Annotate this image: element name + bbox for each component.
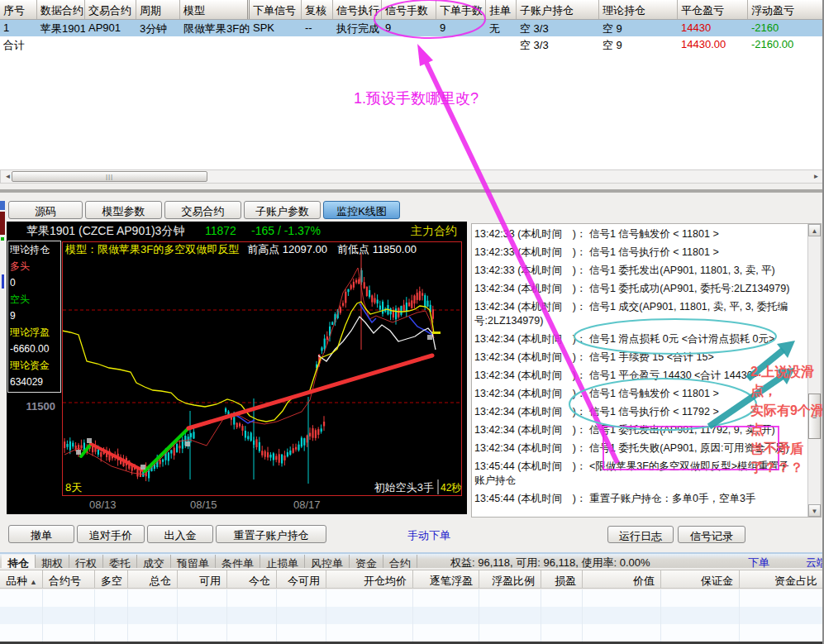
- column-header[interactable]: 理论持仓: [599, 0, 678, 19]
- x-axis-date: 08/13: [89, 499, 117, 511]
- sort-asc-icon: ▲: [30, 578, 37, 586]
- vertical-scrollbar[interactable]: ▲ ≡ ▼: [807, 224, 821, 517]
- column-header[interactable]: 浮动盈亏: [748, 0, 824, 19]
- positions-empty-cell: [326, 589, 413, 607]
- positions-column-header[interactable]: 保证金: [661, 570, 740, 588]
- table-cell: 无: [486, 20, 517, 36]
- positions-column-header[interactable]: 可用: [178, 570, 227, 588]
- toolbar-tab[interactable]: 源码: [8, 201, 83, 219]
- button-追对手价[interactable]: 追对手价: [77, 525, 145, 543]
- positions-column-header[interactable]: 损盈: [541, 570, 583, 588]
- svg-text:初始空头3手: 初始空头3手: [374, 481, 434, 494]
- link-云端[interactable]: 云端: [806, 556, 824, 568]
- table-cell: --: [302, 20, 333, 36]
- manual-order-link[interactable]: 手动下单: [407, 528, 450, 543]
- scroll-up-icon[interactable]: ▲: [808, 224, 821, 236]
- column-header[interactable]: 信号手数: [382, 0, 436, 19]
- button-出入金[interactable]: 出入金: [147, 525, 213, 543]
- scroll-down-icon[interactable]: ▼: [808, 504, 821, 517]
- positions-empty-cell: [326, 607, 413, 624]
- positions-column-header[interactable]: 浮盈比例: [479, 570, 541, 588]
- bottom-tab-委托[interactable]: 委托: [103, 555, 137, 568]
- bottom-tab-持仓[interactable]: 持仓: [2, 555, 36, 568]
- column-header[interactable]: 下单手数: [436, 0, 486, 19]
- toolbar-tab[interactable]: 交易合约: [164, 201, 241, 219]
- positions-column-header[interactable]: 多空: [95, 570, 128, 588]
- table-cell: 空 9: [599, 36, 678, 53]
- signal-monitor-table: 序号数据合约交易合约周期模型下单信号复核信号执行信号手数下单手数挂单子账户持仓理…: [0, 0, 824, 169]
- bottom-tab-条件单[interactable]: 条件单: [216, 555, 260, 568]
- sidebar-line: 理论浮盈: [10, 324, 59, 341]
- positions-empty-cell: [227, 624, 277, 642]
- table-row[interactable]: 1苹果1901AP9013分钟限做苹果3F的多空双做即反型SPK--执行完成99…: [0, 20, 824, 36]
- x-axis-date: 08/15: [190, 499, 217, 511]
- positions-empty-cell: [541, 624, 583, 642]
- table-cell: [302, 36, 333, 53]
- column-header[interactable]: 下单信号: [250, 0, 302, 19]
- positions-empty-cell: [0, 589, 43, 607]
- table-row[interactable]: 合计空 3/3空 914430.00-2160.00: [0, 36, 824, 53]
- log-entry: 13:42:34 (本机时间 )： 信号1 成交(AP901, 11801, 卖…: [474, 300, 798, 328]
- column-header[interactable]: 周期: [136, 0, 180, 19]
- column-header[interactable]: 序号: [0, 0, 37, 19]
- bottom-tab-预留单[interactable]: 预留单: [171, 555, 216, 568]
- bottom-tab-资金[interactable]: 资金: [350, 555, 383, 568]
- module-toolbar: 源码模型参数交易合约子账户参数监控K线图: [8, 201, 400, 219]
- column-header[interactable]: 信号执行: [333, 0, 382, 19]
- button-运行日志[interactable]: 运行日志: [607, 526, 674, 543]
- positions-empty-cell: [95, 589, 128, 607]
- log-entry: 13:42:33 (本机时间 )： 信号1 信号触发价 < 11801 >: [474, 227, 798, 241]
- trading-app-window: 序号数据合约交易合约周期模型下单信号复核信号执行信号手数下单手数挂单子账户持仓理…: [0, 0, 824, 644]
- positions-column-header[interactable]: 逐笔浮盈: [413, 570, 479, 588]
- toolbar-tab[interactable]: 监控K线图: [323, 201, 400, 219]
- scroll-right-icon[interactable]: ►: [810, 171, 822, 182]
- column-header[interactable]: 交易合约: [85, 0, 136, 19]
- edge-decoration: [1, 237, 4, 241]
- bottom-tab-行权[interactable]: 行权: [69, 555, 103, 568]
- positions-column-header[interactable]: 今仓: [227, 570, 277, 588]
- kline-chart[interactable]: 模型：限做苹果3F的多空双做即反型前高点 12097.00前低点 11850.0…: [62, 241, 462, 496]
- button-信号记录[interactable]: 信号记录: [678, 526, 745, 543]
- column-header[interactable]: 平仓盈亏: [678, 0, 748, 19]
- column-header[interactable]: 子账户持仓: [517, 0, 599, 19]
- sidebar-line: -6660.00: [10, 341, 59, 357]
- bottom-tab-成交[interactable]: 成交: [137, 555, 171, 568]
- positions-column-header[interactable]: 资金占比: [740, 570, 824, 588]
- button-重置子账户持仓[interactable]: 重置子账户持仓: [216, 525, 326, 543]
- button-撤单[interactable]: 撤单: [8, 525, 74, 543]
- positions-empty-cell: [413, 589, 479, 607]
- column-header[interactable]: 数据合约: [37, 0, 85, 19]
- sidebar-line: 理论持仓: [10, 241, 59, 258]
- column-header[interactable]: 挂单: [486, 0, 517, 19]
- table-cell: [85, 36, 136, 53]
- column-header[interactable]: 模型: [180, 0, 250, 19]
- bottom-tab-期权[interactable]: 期权: [36, 555, 69, 568]
- positions-column-header[interactable]: 今可用: [277, 570, 326, 588]
- positions-empty-cell: [0, 624, 43, 642]
- positions-column-header[interactable]: 开仓均价: [326, 570, 413, 588]
- hscrollbar-thumb[interactable]: |||: [12, 171, 207, 182]
- bottom-tab-风控单[interactable]: 风控单: [305, 555, 350, 568]
- bottom-tab-止损单[interactable]: 止损单: [260, 555, 305, 568]
- table-cell: 空 3/3: [517, 36, 599, 53]
- sidebar-line: 空头: [10, 291, 59, 308]
- toolbar-tab[interactable]: 子账户参数: [244, 201, 321, 219]
- positions-column-header[interactable]: 价值: [583, 570, 661, 588]
- horizontal-scrollbar[interactable]: ◄ ||| ►: [0, 169, 824, 184]
- column-header[interactable]: 复核: [302, 0, 333, 19]
- account-summary: 权益: 96,118, 可用: 96,118, 使用率: 0.00%: [450, 556, 650, 568]
- positions-column-header[interactable]: 合约号: [43, 570, 95, 588]
- positions-empty-cell: [128, 589, 178, 607]
- table-cell: 1: [0, 20, 37, 36]
- bottom-tabs: 持仓期权行权委托成交预留单条件单止损单风控单资金合约: [2, 555, 417, 568]
- vscrollbar-thumb[interactable]: ≡: [808, 394, 821, 439]
- link-下单[interactable]: 下单: [748, 556, 769, 568]
- positions-empty-cell: [95, 607, 128, 624]
- positions-column-header[interactable]: 总仓: [128, 570, 178, 588]
- positions-empty-row: [0, 624, 824, 642]
- positions-empty-cell: [479, 624, 541, 642]
- log-entry: 13:42:34 (本机时间 )： 信号1 委托发出(AP901, 11792,…: [474, 423, 798, 437]
- positions-column-header[interactable]: 品种▲: [0, 570, 43, 588]
- bottom-tab-合约[interactable]: 合约: [383, 555, 417, 568]
- toolbar-tab[interactable]: 模型参数: [85, 201, 162, 219]
